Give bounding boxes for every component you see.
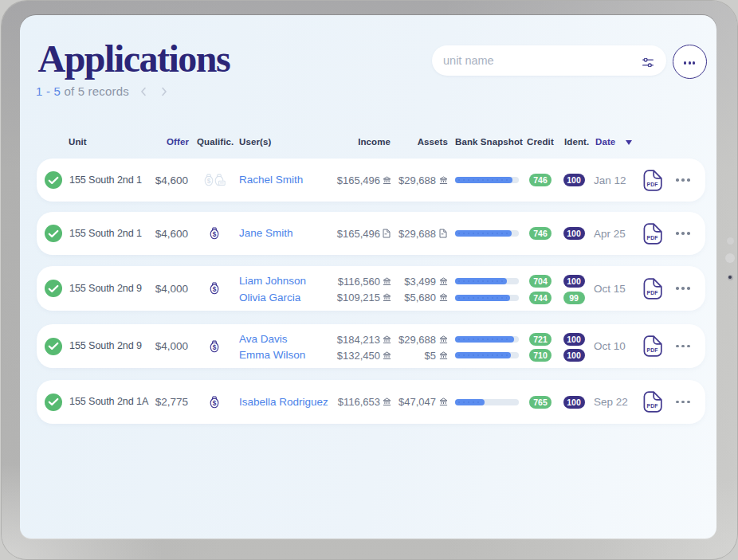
svg-text:PDF: PDF bbox=[646, 403, 658, 409]
svg-text:PDF: PDF bbox=[646, 234, 658, 240]
svg-text:PDF: PDF bbox=[646, 181, 658, 186]
svg-text:PDF: PDF bbox=[646, 289, 658, 295]
svg-text:PDF: PDF bbox=[646, 347, 658, 353]
